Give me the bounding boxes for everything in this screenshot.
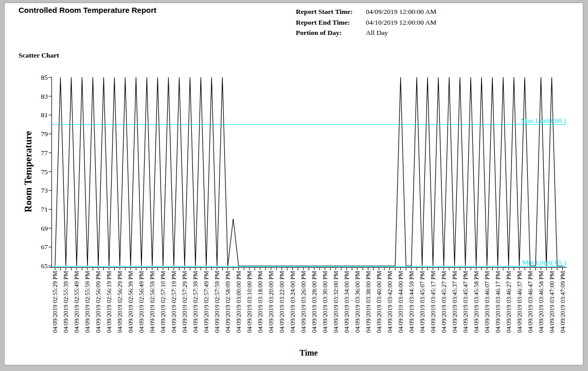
x-tick-label: 04/09/2019 03:40:00 PM <box>376 271 383 333</box>
max-limit-label: Max Limit( 80 ) <box>521 117 566 124</box>
x-tick-label: 04/09/2019 03:38:00 PM <box>365 271 372 333</box>
x-tick-label: 04/09/2019 03:22:00 PM <box>278 271 286 333</box>
x-axis-title: Time <box>299 348 317 357</box>
x-tick-label: 04/09/2019 02:57:10 PM <box>159 271 167 333</box>
x-tick-label: 04/09/2019 03:28:00 PM <box>311 271 318 333</box>
y-axis-ticks: 8583817977757371696765 <box>41 73 52 270</box>
x-tick-label: 04/09/2019 02:56:59 PM <box>149 271 156 333</box>
x-tick-label: 04/09/2019 02:55:29 PM <box>51 271 59 333</box>
x-tick-label: 04/09/2019 03:00:00 PM <box>235 271 242 333</box>
x-tick-label: 04/09/2019 02:56:49 PM <box>138 271 145 333</box>
x-tick-label: 04/09/2019 02:58:09 PM <box>224 271 231 333</box>
x-tick-label: 04/09/2019 03:10:00 PM <box>246 271 253 333</box>
y-tick-label: 73 <box>41 187 48 194</box>
x-tick-label: 04/09/2019 03:45:47 PM <box>462 271 469 333</box>
y-tick-label: 83 <box>41 92 48 100</box>
x-tick-label: 04/09/2019 03:46:27 PM <box>505 271 512 333</box>
x-tick-label: 04/09/2019 03:44:59 PM <box>408 271 415 333</box>
x-tick-label: 04/09/2019 03:45:27 PM <box>440 271 448 333</box>
x-tick-label: 04/09/2019 03:45:17 PM <box>430 271 437 333</box>
report-window: { "page": { "title": "Controlled Room Te… <box>0 0 588 371</box>
x-tick-label: 04/09/2019 03:46:37 PM <box>516 271 523 333</box>
y-tick-label: 79 <box>41 130 48 138</box>
x-tick-label: 04/09/2019 02:57:59 PM <box>213 271 221 333</box>
x-tick-label: 04/09/2019 03:45:58 PM <box>473 271 480 333</box>
x-tick-label: 04/09/2019 03:20:00 PM <box>268 271 275 333</box>
x-axis-ticks: 04/09/2019 02:55:29 PM04/09/2019 02:55:3… <box>51 268 566 333</box>
min-limit-label: Min Limit( 65 ) <box>522 258 566 266</box>
x-tick-label: 04/09/2019 03:24:00 PM <box>289 271 296 333</box>
temperature-series-line <box>55 78 563 266</box>
y-axis-title: Room Temperature <box>23 131 33 213</box>
x-tick-label: 04/09/2019 03:46:17 PM <box>494 271 502 333</box>
x-tick-label: 04/09/2019 03:42:00 PM <box>386 271 394 333</box>
x-tick-label: 04/09/2019 02:56:09 PM <box>95 271 102 333</box>
y-tick-label: 85 <box>41 73 48 81</box>
x-tick-label: 04/09/2019 03:47:09 PM <box>559 271 566 333</box>
x-tick-label: 04/09/2019 02:55:39 PM <box>62 271 69 333</box>
x-tick-label: 04/09/2019 02:56:19 PM <box>105 271 113 333</box>
x-tick-label: 04/09/2019 03:30:00 PM <box>322 271 329 333</box>
x-tick-label: 04/09/2019 03:46:07 PM <box>484 271 491 333</box>
scatter-chart: 858381797775737169676504/09/2019 02:55:2… <box>0 0 588 371</box>
x-tick-label: 04/09/2019 02:57:29 PM <box>181 271 188 333</box>
x-tick-label: 04/09/2019 02:56:39 PM <box>127 271 134 333</box>
y-tick-label: 69 <box>41 225 48 232</box>
x-tick-label: 04/09/2019 02:56:29 PM <box>116 271 123 333</box>
y-tick-label: 71 <box>41 206 48 213</box>
x-tick-label: 04/09/2019 02:57:39 PM <box>192 271 199 333</box>
x-tick-label: 04/09/2019 02:55:49 PM <box>73 271 80 333</box>
y-tick-label: 81 <box>41 111 48 119</box>
x-tick-label: 04/09/2019 03:36:00 PM <box>354 271 361 333</box>
x-tick-label: 04/09/2019 03:26:00 PM <box>300 271 307 333</box>
x-tick-label: 04/09/2019 03:46:47 PM <box>527 271 534 333</box>
x-tick-label: 04/09/2019 03:44:00 PM <box>397 271 404 333</box>
y-tick-label: 77 <box>41 149 48 157</box>
y-tick-label: 75 <box>41 168 48 176</box>
x-tick-label: 04/09/2019 03:18:00 PM <box>257 271 264 333</box>
y-tick-label: 67 <box>41 243 48 251</box>
x-tick-label: 04/09/2019 02:57:19 PM <box>170 271 177 333</box>
x-tick-label: 04/09/2019 02:57:49 PM <box>203 271 210 333</box>
x-tick-label: 04/09/2019 03:46:58 PM <box>538 271 545 333</box>
x-tick-label: 04/09/2019 03:34:00 PM <box>343 271 350 333</box>
x-tick-label: 04/09/2019 03:32:00 PM <box>332 271 340 333</box>
x-tick-label: 04/09/2019 03:45:07 PM <box>419 271 426 333</box>
x-tick-label: 04/09/2019 02:55:59 PM <box>84 271 91 333</box>
x-tick-label: 04/09/2019 03:47:00 PM <box>548 271 556 333</box>
x-tick-label: 04/09/2019 03:45:37 PM <box>451 271 458 333</box>
y-tick-label: 65 <box>41 262 48 270</box>
